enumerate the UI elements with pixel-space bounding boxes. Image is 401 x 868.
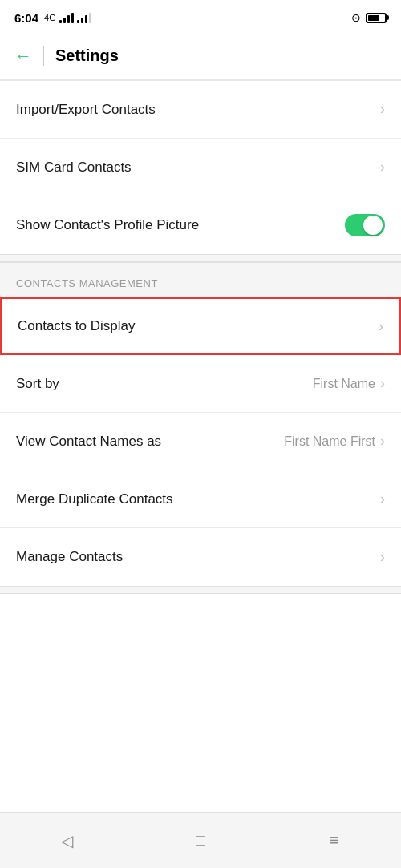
sim-card-right: › <box>380 159 385 176</box>
show-profile-label-container: Show Contact's Profile Picture <box>16 217 345 233</box>
back-button[interactable]: ← <box>14 46 32 67</box>
nav-back-icon: ◁ <box>61 831 73 850</box>
status-time: 6:04 4G <box>14 11 91 25</box>
signal-bar-2 <box>63 18 66 23</box>
merge-duplicate-label-container: Merge Duplicate Contacts <box>16 491 380 507</box>
signal-4g: 4G <box>44 13 56 22</box>
contacts-to-display-chevron: › <box>379 318 383 335</box>
import-export-label-container: Import/Export Contacts <box>16 102 380 118</box>
sort-by-chevron: › <box>380 375 385 392</box>
signal-bar2-4 <box>89 13 91 23</box>
settings-group-2: Contacts to Display › Sort by First Name… <box>0 297 401 586</box>
sort-by-label: Sort by <box>16 376 313 392</box>
show-profile-item[interactable]: Show Contact's Profile Picture <box>0 196 401 254</box>
manage-contacts-item[interactable]: Manage Contacts › <box>0 528 401 586</box>
import-export-chevron: › <box>380 101 385 118</box>
header: ← Settings <box>0 32 401 80</box>
sort-by-label-container: Sort by <box>16 376 313 392</box>
manage-contacts-label-container: Manage Contacts <box>16 549 380 565</box>
sort-by-right: First Name › <box>313 375 385 392</box>
signal-bars-1 <box>59 12 74 23</box>
bottom-nav: ◁ □ ≡ <box>0 812 401 868</box>
status-icons: ⊙ <box>351 11 387 24</box>
nav-home-button[interactable]: □ <box>184 825 217 857</box>
signal-bars-2 <box>77 12 91 23</box>
view-contact-names-label: View Contact Names as <box>16 434 284 450</box>
manage-contacts-chevron: › <box>380 549 385 566</box>
nav-home-icon: □ <box>196 831 205 850</box>
signal-bar-1 <box>59 20 62 23</box>
manage-contacts-label: Manage Contacts <box>16 549 380 565</box>
contacts-management-header: CONTACTS MANAGEMENT <box>0 262 401 297</box>
signal-bar-4 <box>71 13 74 23</box>
settings-group-1: Import/Export Contacts › SIM Card Contac… <box>0 81 401 254</box>
view-contact-names-value: First Name First <box>284 434 375 449</box>
merge-duplicate-item[interactable]: Merge Duplicate Contacts › <box>0 470 401 528</box>
contacts-to-display-label: Contacts to Display <box>18 318 379 334</box>
signal-bar2-1 <box>77 20 79 23</box>
status-bar: 6:04 4G ⊙ <box>0 0 401 32</box>
contacts-to-display-item[interactable]: Contacts to Display › <box>0 297 401 355</box>
nav-back-button[interactable]: ◁ <box>51 825 83 857</box>
show-profile-label: Show Contact's Profile Picture <box>16 217 345 233</box>
show-profile-right <box>345 214 385 236</box>
sim-card-label: SIM Card Contacts <box>16 159 380 176</box>
nav-menu-button[interactable]: ≡ <box>318 825 350 857</box>
header-divider <box>43 46 44 66</box>
view-contact-names-chevron: › <box>380 433 385 450</box>
sim-card-chevron: › <box>380 159 385 176</box>
signal-bar2-2 <box>81 18 83 23</box>
merge-duplicate-chevron: › <box>380 491 385 507</box>
page-title: Settings <box>55 46 119 65</box>
nav-menu-icon: ≡ <box>330 831 339 850</box>
sort-by-value: First Name <box>313 377 375 391</box>
signal-bar2-3 <box>85 15 87 23</box>
battery-fill <box>368 15 379 21</box>
view-contact-names-item[interactable]: View Contact Names as First Name First › <box>0 413 401 470</box>
vibrate-icon: ⊙ <box>351 11 361 24</box>
import-export-label: Import/Export Contacts <box>16 102 380 118</box>
view-contact-names-label-container: View Contact Names as <box>16 434 284 450</box>
sim-card-label-container: SIM Card Contacts <box>16 159 380 176</box>
battery-icon <box>366 13 387 23</box>
section-header-text: CONTACTS MANAGEMENT <box>16 277 158 289</box>
profile-picture-toggle[interactable] <box>345 214 385 236</box>
group-separator-1 <box>0 254 401 262</box>
time-display: 6:04 <box>14 11 38 25</box>
merge-duplicate-right: › <box>380 491 385 507</box>
contacts-to-display-right: › <box>379 318 383 335</box>
view-contact-names-right: First Name First › <box>284 433 385 450</box>
contacts-to-display-label-container: Contacts to Display <box>18 318 379 334</box>
signal-bar-3 <box>67 15 70 23</box>
import-export-right: › <box>380 101 385 118</box>
manage-contacts-right: › <box>380 549 385 566</box>
toggle-knob <box>363 216 383 235</box>
group-separator-bottom <box>0 586 401 594</box>
sim-card-item[interactable]: SIM Card Contacts › <box>0 139 401 196</box>
sort-by-item[interactable]: Sort by First Name › <box>0 355 401 413</box>
merge-duplicate-label: Merge Duplicate Contacts <box>16 491 380 507</box>
import-export-item[interactable]: Import/Export Contacts › <box>0 81 401 139</box>
